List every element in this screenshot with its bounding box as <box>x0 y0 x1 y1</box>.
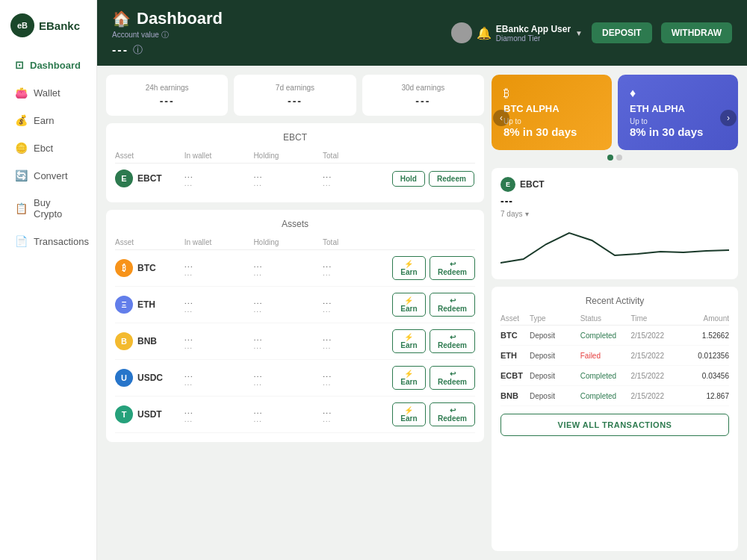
user-info: 🔔 EBankc App User Diamond Tier ▼ <box>451 22 583 43</box>
ebct-total-cell: ... ... <box>323 170 392 187</box>
assets-col-holding: Holding <box>253 238 323 246</box>
sidebar-item-transactions[interactable]: 📄 Transactions <box>4 228 92 255</box>
sidebar-logo: eB EBankc <box>0 7 96 51</box>
ar-time-0: 2/15/2022 <box>631 332 679 340</box>
earn-label: Earn <box>34 115 54 126</box>
usdc-wallet: ... ... <box>185 370 254 387</box>
asset-row-usdc: U USDC ... ... ... ... ... ... ⚡ Earn ↩ … <box>115 360 475 396</box>
usdt-icon: T <box>115 405 133 423</box>
promo-card-btc-alpha[interactable]: ₿ BTC ALPHA Up to 8% in 30 days <box>492 75 612 150</box>
asset-row-usdt: T USDT ... ... ... ... ... ... ⚡ Earn ↩ … <box>115 396 475 433</box>
chevron-down-icon[interactable]: ▼ <box>575 29 583 37</box>
info-icon: ⓘ <box>133 43 143 57</box>
eth-alpha-up-label: Up to <box>630 117 726 125</box>
ar-amount-0: 1.52662 <box>681 332 729 340</box>
dot-1[interactable] <box>607 155 613 161</box>
usdt-earn-button[interactable]: ⚡ Earn <box>392 402 426 426</box>
btc-wallet: ... ... <box>185 260 254 277</box>
promo-card-eth-alpha[interactable]: ♦ ETH ALPHA Up to 8% in 30 days <box>618 75 738 150</box>
wallet-label: Wallet <box>34 87 61 99</box>
logo-icon: eB <box>10 13 34 37</box>
usdc-redeem-button[interactable]: ↩ Redeem <box>430 366 475 390</box>
earning-value-0: --- <box>115 95 219 107</box>
earning-value-2: --- <box>371 95 475 107</box>
earnings-row: 24h earnings --- 7d earnings --- 30d ear… <box>106 75 484 116</box>
btc-name: BTC <box>137 263 156 273</box>
withdraw-button[interactable]: WITHDRAW <box>661 22 732 43</box>
usdt-redeem-button[interactable]: ↩ Redeem <box>430 402 475 426</box>
sidebar-item-buy-crypto[interactable]: 📋 Buy Crypto <box>4 190 92 227</box>
bnb-wallet: ... ... <box>185 333 254 350</box>
usdc-earn-button[interactable]: ⚡ Earn <box>392 366 426 390</box>
activity-row-1: ETH Deposit Failed 2/15/2022 0.012356 <box>500 346 729 366</box>
buy-crypto-icon: 📋 <box>15 202 28 214</box>
ebct-col-holding: Holding <box>253 152 323 160</box>
asset-cell-eth: Ξ ETH <box>115 296 185 314</box>
assets-rows: ₿ BTC ... ... ... ... ... ... ⚡ Earn ↩ R… <box>115 250 475 433</box>
ar-amount-2: 0.03456 <box>681 372 729 380</box>
assets-table-header: Asset In wallet Holding Total <box>115 235 475 250</box>
dot-2[interactable] <box>616 155 622 161</box>
ar-type-1: Deposit <box>530 352 577 360</box>
sidebar-item-ebct[interactable]: 🪙 Ebct <box>4 134 92 161</box>
view-all-transactions-button[interactable]: VIEW ALL TRANSACTIONS <box>500 414 729 436</box>
usdt-wallet: ... ... <box>185 406 254 423</box>
activity-row-2: ECBT Deposit Completed 2/15/2022 0.03456 <box>500 366 729 386</box>
btc-earn-button[interactable]: ⚡ Earn <box>392 256 426 280</box>
sidebar-item-convert[interactable]: 🔄 Convert <box>4 162 92 189</box>
eth-earn-button[interactable]: ⚡ Earn <box>392 293 426 317</box>
asset-cell-btc: ₿ BTC <box>115 259 185 277</box>
ar-asset-2: ECBT <box>500 371 527 380</box>
ebct-name: EBCT <box>137 173 162 184</box>
logo-text: EBankc <box>39 19 80 32</box>
usdc-total: ... ... <box>323 370 392 387</box>
earning-label-2: 30d earnings <box>371 84 475 92</box>
chart-period-label: 7 days <box>500 210 522 218</box>
bnb-holding: ... ... <box>253 333 323 350</box>
btc-actions: ⚡ Earn ↩ Redeem <box>392 256 475 280</box>
bnb-redeem-button[interactable]: ↩ Redeem <box>430 329 475 353</box>
slider-next-button[interactable]: › <box>720 110 737 126</box>
eth-redeem-button[interactable]: ↩ Redeem <box>430 293 475 317</box>
earning-value-1: --- <box>243 95 347 107</box>
chart-period-dropdown[interactable]: ▾ <box>525 210 529 218</box>
header-right: 🔔 EBankc App User Diamond Tier ▼ DEPOSIT… <box>451 22 732 43</box>
asset-row-bnb: B BNB ... ... ... ... ... ... ⚡ Earn ↩ R… <box>115 323 475 360</box>
convert-icon: 🔄 <box>15 169 28 181</box>
assets-col-total: Total <box>323 238 392 246</box>
header-title-row: 🏠 Dashboard <box>112 9 223 28</box>
sidebar-item-dashboard[interactable]: ⊡ Dashboard <box>4 52 92 78</box>
chart-ebct-icon: E <box>500 177 515 192</box>
usdc-icon: U <box>115 369 133 387</box>
redeem-button[interactable]: Redeem <box>429 171 474 187</box>
activity-row-3: BNB Deposit Completed 2/15/2022 12.867 <box>500 386 729 406</box>
earning-card-1: 7d earnings --- <box>234 75 356 116</box>
left-panel: 24h earnings --- 7d earnings --- 30d ear… <box>106 75 484 551</box>
bnb-earn-button[interactable]: ⚡ Earn <box>392 329 426 353</box>
eth-name: ETH <box>137 299 155 310</box>
ebct-table-header: Asset In wallet Holding Total <box>115 149 475 164</box>
btc-redeem-button[interactable]: ↩ Redeem <box>430 256 475 280</box>
asset-cell-usdc: U USDC <box>115 369 185 387</box>
sidebar-item-earn[interactable]: 💰 Earn <box>4 107 92 134</box>
header-left: 🏠 Dashboard Account value ⓘ --- ⓘ <box>112 9 223 57</box>
ar-type-2: Deposit <box>530 372 577 380</box>
dashboard-icon: 🏠 <box>112 10 131 28</box>
usdc-holding: ... ... <box>253 370 323 387</box>
bell-icon[interactable]: 🔔 <box>477 26 492 40</box>
ar-time-3: 2/15/2022 <box>631 392 679 400</box>
asset-row-btc: ₿ BTC ... ... ... ... ... ... ⚡ Earn ↩ R… <box>115 250 475 287</box>
btc-holding: ... ... <box>253 260 323 277</box>
bnb-total: ... ... <box>323 333 392 350</box>
ebct-table-title: EBCT <box>115 132 475 143</box>
eth-wallet: ... ... <box>185 296 254 314</box>
deposit-button[interactable]: DEPOSIT <box>592 22 652 43</box>
activity-rows: BTC Deposit Completed 2/15/2022 1.52662 … <box>500 326 729 406</box>
ah-time: Time <box>631 314 679 323</box>
chart-card: E EBCT --- 7 days ▾ <box>492 168 738 279</box>
slider-prev-button[interactable]: ‹ <box>493 110 509 126</box>
sidebar-item-wallet[interactable]: 👛 Wallet <box>4 79 92 106</box>
hold-button[interactable]: Hold <box>392 171 425 187</box>
chart-area <box>500 218 729 270</box>
transactions-label: Transactions <box>34 236 89 247</box>
